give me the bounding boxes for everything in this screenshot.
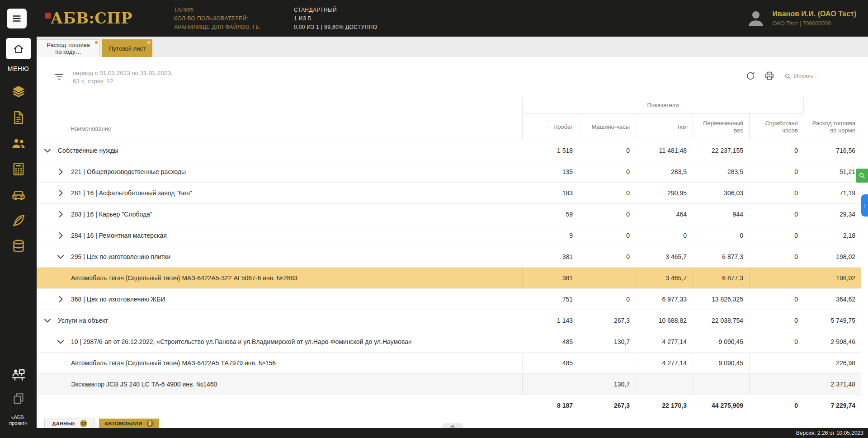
bottom-tab-2[interactable]: АВТОМОБИЛИ5 [99,419,159,428]
column-header-5[interactable]: Отработано часов [749,114,804,140]
document-tabs: Расход топлива по коду…Путевой лист [37,37,868,57]
filter-icon [54,71,65,82]
row-cell: 71,19 [804,183,861,203]
logo-red-square-icon [45,13,51,19]
search-input[interactable] [794,73,846,80]
column-header-3[interactable]: Ткм [636,114,693,140]
table-row[interactable]: Экскаватор JCB JS 240 LC ТА-6 4900 инв. … [37,374,861,395]
row-cell: 1 518 [522,140,579,161]
row-cell: 9 090,45 [693,353,749,373]
sidebar-item-home[interactable] [6,38,31,59]
row-name-cell: 281 | 16 | Асфальтобетонный завод "Бен" [37,183,522,203]
table-row[interactable]: 284 | 16 | Ремонтная мастерская900002,18 [37,225,861,246]
column-header-1[interactable]: Пробег [522,114,579,140]
print-button[interactable] [764,71,775,83]
table-body: Собственные нужды1 518011 481,4822 237,1… [37,140,861,395]
row-cell: 5 749,75 [804,310,861,331]
table-row[interactable]: 283 | 16 | Карьер "Слобода"590464944029,… [37,204,861,225]
chevron-down-icon[interactable] [42,316,52,325]
row-cell: 283,5 [636,161,693,182]
more-options-button[interactable] [861,194,868,217]
chevron-right-icon[interactable] [56,188,66,198]
table-row[interactable]: Услуги на объект1 143267,310 688,8222 03… [37,310,861,331]
row-name-cell: 283 | 16 | Карьер "Слобода" [37,204,522,225]
row-cell: 381 [522,268,579,288]
sidebar-item-vehicles[interactable] [11,187,26,203]
table-row[interactable]: 10 | 2987/6-ап от 26.12.2022, «Строитель… [37,331,861,353]
sidebar-item-waybill[interactable] [11,110,26,125]
sidebar-item-workstation[interactable] [10,367,27,383]
table-row[interactable]: Автомобиль тягач (Седельный тягач) МАЗ-6… [37,353,861,374]
column-label: Пробег [553,123,573,131]
row-name: 281 | 16 | Асфальтобетонный завод "Бен" [71,189,197,197]
row-cell: 306,03 [693,183,749,203]
home-icon [13,43,24,55]
chevron-right-icon[interactable] [56,167,66,177]
status-bar: Версия: 2.26 от 10.05.2023 [0,428,868,438]
row-name: 368 | Цех по изготовлению ЖБИ [71,296,170,303]
chevron-down-icon[interactable] [42,146,52,155]
table-row[interactable]: Собственные нужды1 518011 481,4822 237,1… [37,140,861,161]
sidebar-item-layers[interactable] [11,84,26,99]
group-label: Показатели [647,102,679,108]
row-cell: 29,34 [804,204,861,225]
chevron-down-icon[interactable] [56,337,66,347]
column-header-6[interactable]: Расход топлива по норме [804,114,861,140]
column-label: Ткм [677,123,687,131]
row-name-cell: 221 | Общепроизводственные расходы [37,161,522,182]
top-header: АБВ:СПР ТАРИФ: СТАНДАРТНЫЙ КОЛ-ВО ПОЛЬЗО… [0,0,868,37]
user-account[interactable]: Иванов И.И. (ОАО Тест) ОАО Тест | 700000… [745,8,856,29]
users-icon [11,136,26,151]
row-cell: 6 877,3 [693,268,749,288]
tab-1[interactable]: Расход топлива по коду… [37,39,100,57]
row-cell: 4 277,14 [636,331,693,352]
chevron-right-icon[interactable] [56,209,66,219]
row-name: Услуги на объект [58,317,113,324]
row-cell: 9 [522,225,579,246]
sidebar-item-database[interactable] [11,239,26,254]
row-cell: 135 [522,161,579,182]
sidebar-item-users[interactable] [11,136,26,151]
table-search-button[interactable] [856,169,868,183]
sidebar-item-eco[interactable] [11,213,26,228]
chevron-right-icon[interactable] [56,294,66,304]
table-header: НаименованиеПоказателиПробегМашино-часыТ… [37,97,861,140]
chevron-down-icon[interactable] [56,252,66,262]
refresh-button[interactable] [745,71,756,83]
count-badge: 12 [80,420,87,427]
table-row[interactable]: 221 | Общепроизводственные расходы135028… [37,161,861,183]
row-cell: 0 [749,246,804,267]
period-line1: период с 01.01.2023 по 31.01.2023; [73,69,172,77]
totals-cell: 267,3 [579,395,636,416]
print-icon [764,71,775,81]
toolbar: период с 01.01.2023 по 31.01.2023; 63 с,… [37,57,868,97]
users-count-value: 1 ИЗ 5 [294,15,377,22]
row-cell: 0 [579,289,636,310]
column-header-2[interactable]: Машино-часы [579,114,636,140]
sidebar-item-copy[interactable] [12,392,25,405]
column-header-4[interactable]: Перевезенный вес [693,114,749,140]
table-row[interactable]: 295 | Цех по изготовлению плитки38103 46… [37,246,861,268]
totals-cell: 8 187 [522,395,579,416]
row-cell: 3 465,7 [636,268,693,288]
period-line2: 63 с, строк: 12 [73,77,172,85]
bottom-tab-1[interactable]: ДАННЫЕ12 [44,419,95,428]
sidebar-item-calculator[interactable] [11,161,26,177]
row-cell: 944 [693,204,749,225]
table-row[interactable]: 281 | 16 | Асфальтобетонный завод "Бен"1… [37,183,861,204]
tab-2[interactable]: Путевой лист [102,39,152,57]
report-table: НаименованиеПоказателиПробегМашино-часыТ… [37,97,861,416]
tariff-label: ТАРИФ: [174,7,294,13]
row-cell: 3 465,7 [636,246,693,267]
main-area: Расход топлива по коду…Путевой лист пери… [37,37,868,428]
table-row[interactable]: Автомобиль тягач (Седельный тягач) МАЗ-6… [37,268,861,289]
table-row[interactable]: 368 | Цех по изготовлению ЖБИ75106 977,3… [37,289,861,310]
column-header-name[interactable]: Наименование [37,97,522,140]
row-cell: 0 [579,204,636,225]
hamburger-menu-button[interactable] [7,9,27,28]
filter-button[interactable] [54,71,65,84]
row-cell: 130,7 [579,331,636,352]
chevron-right-icon[interactable] [56,231,66,240]
workstation-icon [10,367,27,383]
user-info: Иванов И.И. (ОАО Тест) ОАО Тест | 700000… [773,10,856,27]
